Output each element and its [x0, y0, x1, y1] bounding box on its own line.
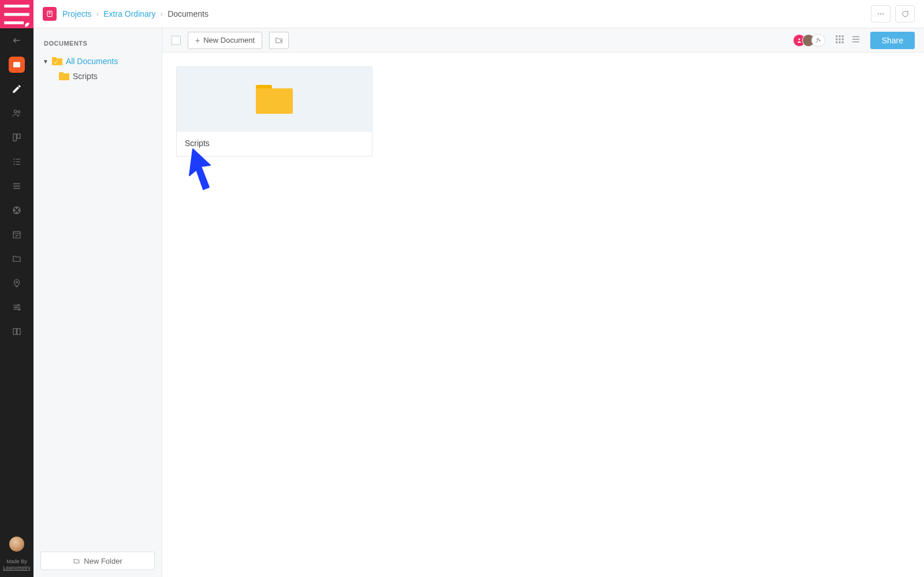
board-nav-icon[interactable] — [0, 125, 33, 150]
svg-point-11 — [16, 281, 18, 283]
tree-item-scripts[interactable]: Scripts — [40, 69, 155, 84]
svg-point-18 — [882, 13, 884, 14]
svg-point-13 — [15, 307, 17, 308]
folder-tile-thumb — [177, 67, 372, 132]
add-collaborator-button[interactable] — [811, 34, 825, 47]
documents-nav-icon[interactable] — [9, 57, 25, 73]
svg-point-12 — [18, 304, 20, 306]
svg-rect-28 — [839, 42, 840, 43]
book-nav-icon[interactable] — [0, 319, 33, 344]
svg-point-19 — [798, 38, 800, 40]
chat-button[interactable] — [895, 5, 915, 23]
caret-down-icon: ▼ — [43, 58, 49, 65]
folder-add-icon — [274, 36, 284, 45]
svg-rect-10 — [13, 232, 20, 238]
svg-rect-3 — [13, 134, 16, 141]
svg-point-7 — [18, 210, 20, 211]
folder-icon — [256, 85, 293, 114]
share-button[interactable]: Share — [870, 32, 915, 49]
svg-point-8 — [16, 212, 17, 213]
tree-label: All Documents — [66, 57, 118, 66]
folder-outline-icon — [73, 557, 80, 565]
new-folder-button[interactable]: New Folder — [40, 552, 155, 570]
sidebar-header: DOCUMENTS — [33, 28, 162, 54]
svg-rect-25 — [839, 39, 840, 40]
breadcrumb-projects[interactable]: Projects — [62, 9, 92, 18]
svg-rect-26 — [841, 39, 843, 40]
svg-rect-27 — [836, 42, 837, 43]
svg-point-20 — [817, 38, 818, 40]
svg-point-6 — [16, 207, 17, 209]
breadcrumb: Projects › Extra Ordinary › Documents — [62, 9, 208, 18]
tasks-nav-icon[interactable] — [0, 150, 33, 174]
chevron-right-icon: › — [161, 9, 163, 18]
tree-all-documents[interactable]: ▼ ✓ All Documents — [40, 54, 155, 69]
svg-rect-0 — [13, 62, 20, 68]
folder-tree: ▼ ✓ All Documents Scripts — [33, 54, 162, 84]
svg-rect-24 — [836, 39, 837, 40]
edit-nav-icon[interactable] — [0, 77, 33, 101]
settings-nav-icon[interactable] — [0, 295, 33, 319]
list-view-button[interactable] — [851, 34, 861, 46]
topbar: Projects › Extra Ordinary › Documents — [33, 0, 924, 28]
project-icon[interactable] — [43, 7, 57, 21]
main-panel: + New Document Share — [162, 28, 924, 577]
credit-text: Made By Leanometry — [3, 559, 31, 571]
svg-rect-22 — [839, 35, 840, 37]
content-toolbar: + New Document Share — [162, 28, 924, 53]
document-grid: Scripts — [162, 53, 924, 170]
location-nav-icon[interactable] — [0, 271, 33, 295]
svg-point-5 — [13, 207, 20, 214]
folder-icon — [59, 72, 69, 80]
sidebar: DOCUMENTS ▼ ✓ All Documents Scripts New … — [33, 28, 162, 577]
new-doc-from-template-button[interactable] — [269, 32, 289, 49]
collaborators[interactable] — [793, 34, 825, 47]
svg-rect-23 — [841, 35, 843, 37]
folder-nav-icon[interactable] — [0, 247, 33, 271]
reel-nav-icon[interactable] — [0, 198, 33, 222]
svg-point-17 — [880, 13, 881, 14]
nav-rail: Made By Leanometry — [0, 0, 33, 577]
svg-point-9 — [14, 210, 15, 211]
folder-tile-name: Scripts — [177, 132, 372, 156]
user-avatar[interactable] — [9, 537, 24, 552]
plus-icon: + — [195, 36, 200, 45]
svg-point-16 — [878, 13, 879, 14]
svg-rect-21 — [836, 35, 837, 37]
back-icon[interactable] — [0, 28, 33, 53]
app-logo[interactable] — [0, 0, 33, 28]
svg-point-2 — [18, 111, 20, 113]
calendar-nav-icon[interactable] — [0, 222, 33, 247]
people-nav-icon[interactable] — [0, 101, 33, 125]
tree-label: Scripts — [73, 72, 98, 81]
view-toggle — [834, 34, 861, 46]
svg-rect-4 — [17, 134, 20, 139]
folder-tile-scripts[interactable]: Scripts — [176, 66, 372, 157]
breadcrumb-project-name[interactable]: Extra Ordinary — [103, 9, 155, 18]
breadcrumb-current: Documents — [167, 9, 208, 18]
list-nav-icon[interactable] — [0, 174, 33, 198]
chevron-right-icon: › — [96, 9, 99, 18]
grid-view-button[interactable] — [834, 34, 845, 46]
more-options-button[interactable] — [871, 5, 891, 23]
folder-icon: ✓ — [52, 57, 62, 65]
new-folder-label: New Folder — [84, 557, 122, 565]
svg-rect-29 — [841, 42, 843, 43]
new-document-button[interactable]: + New Document — [188, 32, 262, 49]
svg-point-1 — [14, 110, 17, 113]
select-all-checkbox[interactable] — [172, 36, 181, 45]
new-document-label: New Document — [203, 36, 255, 44]
